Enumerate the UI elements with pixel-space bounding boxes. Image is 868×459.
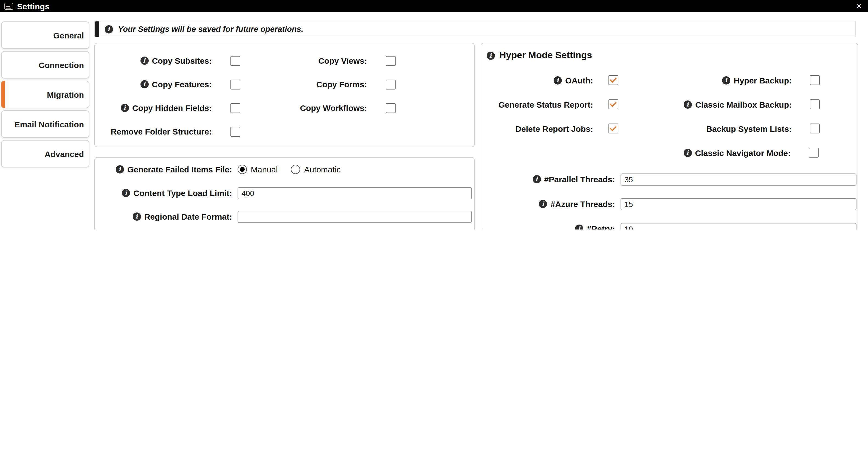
hyper-mode-group: Hyper Mode Settings OAuth: Hyper Backup:… (480, 43, 858, 229)
automatic-radio[interactable] (291, 165, 300, 174)
info-icon (141, 80, 149, 88)
titlebar: Settings × (0, 0, 868, 12)
info-icon (487, 51, 495, 60)
manual-radio-label[interactable]: Manual (251, 165, 278, 174)
tab-advanced[interactable]: Advanced (1, 140, 89, 168)
copy-subsites-label: Copy Subsites: (100, 56, 212, 65)
azure-threads-label: #Azure Threads: (487, 199, 615, 209)
info-icon (539, 200, 547, 208)
retry-label: #Retry: (487, 224, 615, 229)
general-options-group: Generate Failed Items File: Manual Autom… (94, 157, 474, 229)
delete-report-jobs-checkbox[interactable] (609, 123, 618, 134)
info-icon (122, 189, 130, 197)
regional-date-format-input[interactable] (238, 210, 472, 223)
parallel-threads-label: #Parallel Threads: (487, 175, 615, 184)
copy-hidden-fields-checkbox[interactable] (230, 103, 240, 113)
copy-views-label: Copy Views: (240, 56, 367, 65)
info-icon (116, 165, 124, 173)
info-icon (105, 25, 113, 33)
hyper-backup-label: Hyper Backup: (618, 76, 792, 85)
tab-email-notification[interactable]: Email Notification (1, 110, 89, 138)
settings-icon (4, 2, 13, 9)
backup-system-lists-checkbox[interactable] (810, 123, 820, 134)
banner-accent-bar (95, 21, 99, 37)
window-title: Settings (17, 1, 50, 11)
tab-label: Advanced (45, 149, 84, 159)
backup-system-lists-label: Backup System Lists: (618, 124, 792, 133)
oauth-label: OAuth: (487, 76, 593, 85)
info-icon (121, 104, 129, 112)
hyper-mode-header: Hyper Mode Settings (481, 44, 858, 62)
info-icon (554, 76, 562, 84)
copy-forms-checkbox[interactable] (386, 79, 396, 89)
generate-status-report-label: Generate Status Report: (487, 99, 593, 109)
generate-failed-items-file-label: Generate Failed Items File: (100, 165, 232, 174)
content-type-load-limit-label: Content Type Load Limit: (100, 188, 232, 198)
copy-forms-label: Copy Forms: (240, 80, 367, 89)
copy-workflows-checkbox[interactable] (386, 103, 396, 113)
info-icon (533, 175, 541, 183)
retry-input[interactable] (621, 223, 857, 229)
remove-folder-structure-label: Remove Folder Structure: (100, 127, 212, 136)
tab-general[interactable]: General (1, 21, 89, 49)
copy-subsites-checkbox[interactable] (230, 56, 240, 66)
manual-radio[interactable] (238, 165, 247, 174)
oauth-checkbox[interactable] (609, 75, 618, 85)
tab-label: Email Notification (14, 119, 84, 129)
hyper-backup-checkbox[interactable] (810, 75, 820, 85)
copy-workflows-label: Copy Workflows: (240, 103, 367, 113)
generate-status-report-checkbox[interactable] (609, 99, 618, 109)
info-icon (722, 76, 730, 84)
classic-navigator-mode-label: Classic Navigator Mode: (617, 148, 790, 157)
tab-label: Connection (39, 60, 84, 69)
copy-hidden-fields-label: Copy Hidden Fields: (100, 103, 212, 113)
close-button[interactable]: × (854, 0, 864, 12)
regional-date-format-label: Regional Date Format: (100, 212, 232, 221)
info-icon (575, 225, 584, 229)
copy-options-group: Copy Subsites: Copy Views: Copy Features… (94, 43, 474, 147)
delete-report-jobs-label: Delete Report Jobs: (487, 124, 593, 133)
info-banner: Your Settings will be saved for future o… (94, 21, 856, 37)
info-icon (684, 100, 692, 109)
settings-window: Settings × General Connection Migration … (0, 0, 868, 229)
info-icon (684, 148, 692, 157)
content-type-load-limit-input[interactable] (238, 187, 472, 199)
copy-features-checkbox[interactable] (230, 79, 240, 89)
tab-migration[interactable]: Migration (1, 81, 89, 108)
automatic-radio-label[interactable]: Automatic (304, 165, 340, 174)
tab-label: General (53, 30, 84, 40)
info-icon (133, 212, 141, 221)
info-icon (141, 57, 149, 65)
banner-text: Your Settings will be saved for future o… (118, 25, 303, 33)
parallel-threads-input[interactable] (621, 173, 857, 185)
sidebar: General Connection Migration Email Notif… (1, 21, 89, 170)
copy-features-label: Copy Features: (100, 80, 212, 89)
classic-navigator-mode-checkbox[interactable] (809, 148, 818, 157)
tab-label: Migration (47, 90, 84, 99)
azure-threads-input[interactable] (621, 198, 857, 210)
classic-mailbox-backup-label: Classic Mailbox Backup: (618, 99, 792, 109)
remove-folder-structure-checkbox[interactable] (230, 126, 240, 137)
classic-mailbox-backup-checkbox[interactable] (810, 99, 820, 109)
copy-views-checkbox[interactable] (386, 56, 396, 66)
tab-connection[interactable]: Connection (1, 51, 89, 79)
